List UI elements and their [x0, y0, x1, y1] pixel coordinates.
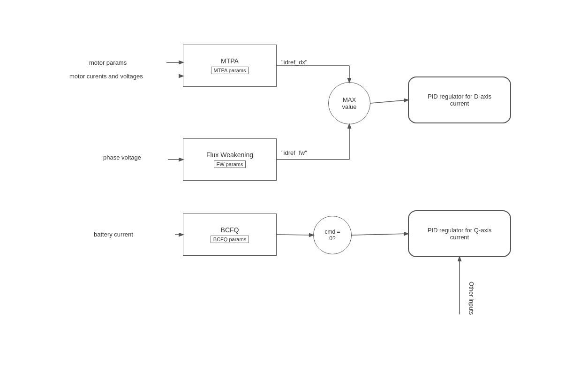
diagram-container: MTPA MTPA params Flux Weakening FW param…	[0, 0, 588, 374]
flux-weakening-block: Flux Weakening FW params	[183, 138, 277, 181]
max-value-block: MAX value	[328, 82, 370, 124]
pid-d-title: PID regulator for D-axiscurrent	[428, 93, 491, 107]
battery-current-label: battery current	[94, 231, 133, 238]
idref-fw-label: "idref_fw"	[281, 149, 307, 156]
motor-params-label: motor params	[89, 59, 127, 66]
mtpa-block: MTPA MTPA params	[183, 45, 277, 87]
flux-weakening-sublabel: FW params	[214, 160, 246, 168]
bcfq-block: BCFQ BCFQ params	[183, 214, 277, 256]
pid-d-block: PID regulator for D-axiscurrent	[408, 76, 511, 123]
max-value-title: MAX value	[342, 96, 356, 110]
bcfq-sublabel: BCFQ params	[211, 236, 249, 243]
pid-q-title: PID regulator for Q-axiscurrent	[428, 227, 492, 241]
bcfq-title: BCFQ	[221, 226, 239, 234]
mtpa-title: MTPA	[221, 57, 239, 65]
svg-line-9	[370, 100, 408, 103]
other-inputs-label: Other inputs	[468, 282, 475, 315]
flux-weakening-title: Flux Weakening	[206, 151, 253, 159]
cmd-zero-title: cmd =0?	[324, 229, 340, 242]
phase-voltage-label: phase voltage	[103, 154, 141, 161]
svg-line-12	[352, 234, 408, 235]
cmd-zero-block: cmd =0?	[313, 216, 352, 254]
arrows-svg	[0, 0, 588, 374]
mtpa-sublabel: MTPA params	[211, 67, 249, 74]
idref-dx-label: "idref_dx"	[281, 59, 307, 66]
svg-line-11	[277, 235, 313, 235]
pid-q-block: PID regulator for Q-axiscurrent	[408, 210, 511, 257]
motor-currents-label: motor curents and voltages	[69, 73, 143, 80]
